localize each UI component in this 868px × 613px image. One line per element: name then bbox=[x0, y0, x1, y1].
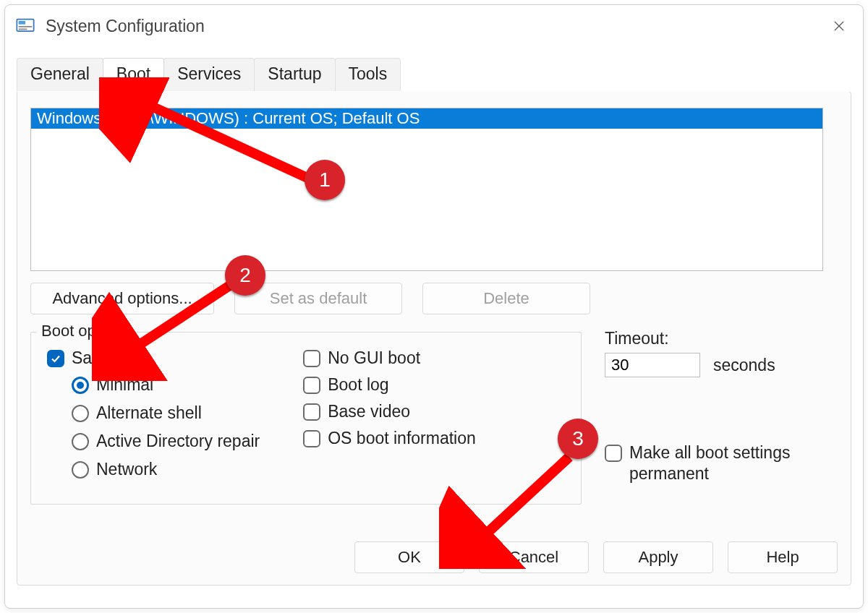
apply-button[interactable]: Apply bbox=[603, 541, 713, 573]
os-listbox[interactable]: Windows 11 (C:\WINDOWS) : Current OS; De… bbox=[30, 108, 823, 271]
annotation-badge-3: 3 bbox=[558, 419, 598, 459]
os-list-item[interactable]: Windows 11 (C:\WINDOWS) : Current OS; De… bbox=[31, 108, 822, 129]
safe-boot-checkbox[interactable] bbox=[47, 350, 64, 367]
radio-minimal-label: Minimal bbox=[96, 375, 153, 395]
ok-button[interactable]: OK bbox=[354, 541, 464, 573]
radio-ad-repair[interactable] bbox=[72, 433, 89, 450]
system-configuration-window: System Configuration General Boot Servic… bbox=[4, 4, 864, 609]
boot-options-group: Boot options Safe boot Minimal bbox=[30, 332, 582, 505]
make-permanent-checkbox[interactable] bbox=[605, 445, 622, 462]
timeout-input[interactable] bbox=[605, 353, 700, 377]
base-video-label: Base video bbox=[328, 402, 410, 421]
tab-boot[interactable]: Boot bbox=[103, 58, 164, 92]
delete-button: Delete bbox=[422, 283, 590, 314]
boot-log-label: Boot log bbox=[328, 375, 388, 395]
make-permanent-label: Make all boot settings permanent bbox=[629, 442, 817, 484]
help-button[interactable]: Help bbox=[728, 541, 838, 573]
window-title: System Configuration bbox=[46, 17, 822, 36]
annotation-badge-2: 2 bbox=[225, 255, 265, 296]
timeout-unit: seconds bbox=[713, 356, 775, 375]
boot-panel: Windows 11 (C:\WINDOWS) : Current OS; De… bbox=[17, 91, 851, 586]
boot-options-legend: Boot options bbox=[37, 322, 134, 340]
boot-log-checkbox[interactable] bbox=[303, 377, 320, 394]
svg-rect-3 bbox=[19, 29, 27, 30]
tab-startup[interactable]: Startup bbox=[254, 58, 335, 91]
advanced-options-button[interactable]: Advanced options... bbox=[30, 283, 214, 314]
annotation-badge-1: 1 bbox=[305, 160, 345, 200]
radio-network-label: Network bbox=[96, 460, 157, 479]
os-boot-info-label: OS boot information bbox=[328, 429, 476, 448]
base-video-checkbox[interactable] bbox=[303, 403, 320, 421]
close-icon bbox=[833, 20, 845, 32]
radio-minimal[interactable] bbox=[72, 377, 89, 394]
radio-ad-repair-label: Active Directory repair bbox=[96, 432, 260, 451]
svg-rect-2 bbox=[19, 26, 33, 27]
radio-alternate-shell[interactable] bbox=[72, 405, 89, 422]
tab-services[interactable]: Services bbox=[163, 58, 255, 91]
tab-tools[interactable]: Tools bbox=[335, 58, 401, 91]
os-boot-info-checkbox[interactable] bbox=[303, 430, 320, 447]
titlebar: System Configuration bbox=[5, 5, 863, 43]
no-gui-boot-label: No GUI boot bbox=[328, 348, 420, 368]
cancel-button[interactable]: Cancel bbox=[479, 541, 589, 573]
tab-strip: General Boot Services Startup Tools bbox=[17, 57, 851, 92]
safe-boot-label: Safe boot bbox=[72, 348, 142, 368]
no-gui-boot-checkbox[interactable] bbox=[303, 350, 320, 367]
close-button[interactable] bbox=[822, 15, 856, 37]
tab-general[interactable]: General bbox=[17, 58, 103, 91]
check-icon bbox=[50, 353, 61, 364]
radio-network[interactable] bbox=[72, 461, 89, 479]
dialog-footer: OK Cancel Apply Help bbox=[354, 541, 838, 573]
svg-rect-1 bbox=[19, 21, 25, 25]
timeout-label: Timeout: bbox=[605, 329, 829, 348]
radio-alternate-shell-label: Alternate shell bbox=[96, 403, 202, 423]
msconfig-icon bbox=[15, 16, 35, 36]
